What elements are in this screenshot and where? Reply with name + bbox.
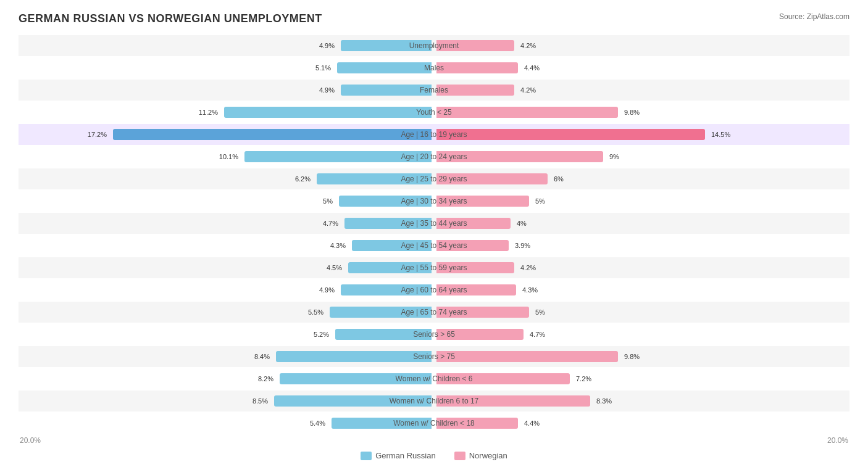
bar-right: 4.7% (436, 329, 524, 340)
left-section: 11.2% (19, 102, 434, 123)
value-right: 8.3% (594, 397, 612, 405)
left-section: 6.2% (19, 168, 434, 189)
chart-row: 8.5% Women w/ Children 6 to 17 8.3% (19, 391, 849, 411)
value-left: 8.4% (254, 353, 272, 360)
legend-item-left: German Russian (361, 451, 436, 460)
bar-right: 4.4% (436, 62, 518, 73)
bar-right: 4.4% (436, 418, 518, 429)
bar-right: 4.2% (436, 85, 514, 96)
bar-right: 9% (436, 151, 603, 162)
chart-row: 4.3% Age | 45 to 54 years 3.9% (19, 235, 849, 256)
bar-left: 8.2% (280, 373, 432, 384)
chart-row: 5.4% Women w/ Children < 18 4.4% (19, 413, 849, 434)
left-section: 5.4% (19, 413, 434, 434)
right-section: 4.4% (434, 57, 849, 78)
bar-left: 5% (339, 196, 432, 207)
right-section: 14.5% (434, 124, 849, 145)
value-right: 4% (514, 220, 527, 227)
chart-row: 4.9% Unemployment 4.2% (19, 35, 849, 56)
value-left: 17.2% (88, 131, 109, 138)
value-right: 14.5% (709, 131, 730, 138)
right-section: 4.4% (434, 413, 849, 434)
bar-left: 4.9% (341, 40, 432, 51)
value-right: 5% (533, 197, 545, 205)
bar-left: 5.4% (332, 418, 432, 429)
left-section: 4.7% (19, 213, 434, 234)
bar-left: 4.5% (348, 262, 432, 273)
right-section: 6% (434, 168, 849, 189)
right-section: 4% (434, 213, 849, 234)
bar-right: 9.8% (436, 351, 618, 362)
value-left: 5% (323, 197, 335, 205)
value-right: 5% (533, 308, 545, 316)
value-right: 9.8% (622, 109, 640, 116)
bar-left: 17.2% (113, 129, 432, 140)
chart-row: 5.1% Males 4.4% (19, 57, 849, 78)
chart-row: 6.2% Age | 25 to 29 years 6% (19, 168, 849, 189)
right-section: 9% (434, 146, 849, 167)
bar-right: 5% (436, 196, 529, 207)
value-left: 4.7% (323, 220, 341, 227)
chart-row: 10.1% Age | 20 to 24 years 9% (19, 146, 849, 167)
right-section: 7.2% (434, 368, 849, 389)
chart-row: 5.5% Age | 65 to 74 years 5% (19, 302, 849, 323)
chart-row: 8.2% Women w/ Children < 6 7.2% (19, 368, 849, 389)
bar-left: 5.2% (335, 329, 432, 340)
right-section: 5% (434, 191, 849, 212)
value-right: 4.2% (518, 264, 536, 271)
bar-right: 5% (436, 307, 529, 318)
left-section: 10.1% (19, 146, 434, 167)
bar-left: 4.3% (352, 240, 432, 251)
value-left: 11.2% (199, 109, 220, 116)
right-section: 4.2% (434, 80, 849, 101)
right-section: 8.3% (434, 391, 849, 411)
bar-left: 4.9% (341, 85, 432, 96)
bar-right: 4.3% (436, 284, 516, 295)
chart-row: 5.2% Seniors > 65 4.7% (19, 324, 849, 345)
value-left: 8.5% (252, 397, 270, 405)
bar-right: 14.5% (436, 129, 705, 140)
value-left: 4.3% (330, 242, 348, 249)
chart-row: 11.2% Youth < 25 9.8% (19, 102, 849, 123)
bar-left: 6.2% (317, 173, 432, 184)
right-section: 4.7% (434, 324, 849, 345)
chart-header: GERMAN RUSSIAN VS NORWEGIAN UNEMPLOYMENT… (19, 12, 849, 25)
chart-row: 5% Age | 30 to 34 years 5% (19, 191, 849, 212)
value-left: 4.5% (327, 264, 344, 271)
chart-footer: German Russian Norwegian (19, 451, 849, 460)
left-section: 8.2% (19, 368, 434, 389)
right-section: 4.3% (434, 279, 849, 300)
bar-right: 3.9% (436, 240, 509, 251)
left-section: 5% (19, 191, 434, 212)
legend-label-left: German Russian (375, 451, 436, 460)
chart-row: 4.9% Age | 60 to 64 years 4.3% (19, 279, 849, 300)
legend-box-right (454, 452, 465, 460)
value-right: 9% (607, 153, 619, 160)
bar-left: 11.2% (224, 107, 432, 118)
left-section: 4.3% (19, 235, 434, 256)
legend-item-right: Norwegian (454, 451, 507, 460)
left-section: 4.9% (19, 279, 434, 300)
left-section: 8.5% (19, 391, 434, 411)
left-section: 4.5% (19, 257, 434, 278)
bar-left: 8.5% (274, 395, 432, 407)
chart-row: 8.4% Seniors > 75 9.8% (19, 346, 849, 367)
value-left: 6.2% (295, 175, 313, 183)
right-section: 5% (434, 302, 849, 323)
right-section: 4.2% (434, 257, 849, 278)
value-right: 4.4% (522, 419, 540, 427)
axis-left-label: 20.0% (19, 436, 434, 445)
value-left: 5.1% (315, 64, 333, 72)
value-right: 4.3% (520, 286, 538, 294)
left-section: 4.9% (19, 80, 434, 101)
value-left: 5.4% (310, 419, 328, 427)
value-right: 4.2% (518, 86, 536, 94)
bar-left: 4.9% (341, 284, 432, 295)
bar-right: 4.2% (436, 262, 514, 273)
value-left: 4.9% (319, 42, 337, 49)
chart-row: 4.5% Age | 55 to 59 years 4.2% (19, 257, 849, 278)
bar-right: 9.8% (436, 107, 618, 118)
value-right: 4.4% (522, 64, 540, 72)
chart-row: 4.9% Females 4.2% (19, 80, 849, 101)
right-section: 9.8% (434, 102, 849, 123)
